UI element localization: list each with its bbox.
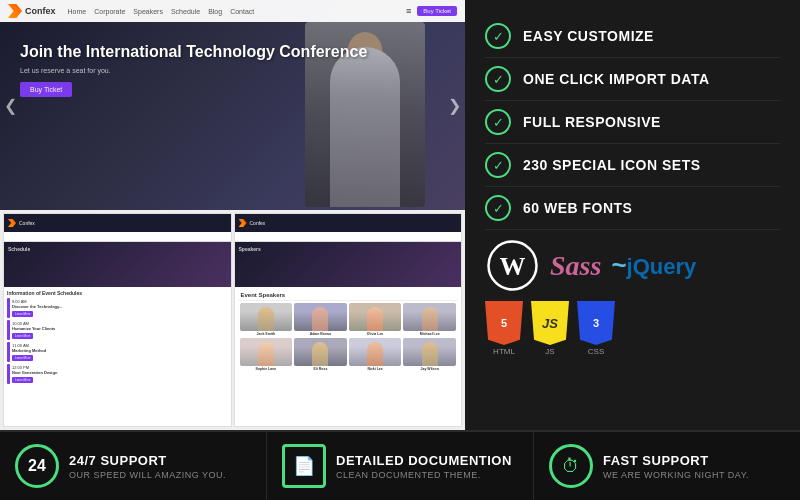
css3-number: 3: [593, 317, 599, 329]
navbar-logo: Confex: [8, 4, 56, 18]
html5-badge-wrapper: 5 HTML: [485, 301, 523, 356]
css3-badge: 3: [577, 301, 615, 345]
speaker-card-5: Sophie Lane: [240, 338, 293, 371]
doc-icon-symbol: 📄: [293, 455, 315, 477]
sass-logo: Sass: [550, 250, 601, 282]
clock-symbol: ⏱: [562, 456, 580, 477]
schedule-panel-title: Schedule: [4, 242, 231, 256]
theme-preview: Confex Home Corporate Speakers Schedule …: [0, 0, 465, 430]
support-icon-text: 24: [28, 457, 46, 475]
nav-home: Home: [68, 8, 87, 15]
learn-more-btn: Learn More: [12, 311, 33, 317]
html5-number: 5: [501, 317, 507, 329]
feature-label-1: EASY CUSTOMIZE: [523, 28, 654, 44]
speaker-name-6: Eli Ross: [294, 367, 347, 371]
speaker-name-7: Nicki Lee: [349, 367, 402, 371]
documentation-title: DETAILED DOCUMENTION: [336, 453, 512, 468]
js-badge-wrapper: JS JS: [531, 301, 569, 356]
hero-next-arrow[interactable]: ❯: [448, 96, 461, 115]
documentation-subtitle: CLEAN DOCUMENTED THEME.: [336, 470, 512, 480]
speaker-name-8: Jay Wilson: [403, 367, 456, 371]
hero-cta-button[interactable]: Buy Ticket: [20, 82, 72, 97]
svg-text:W: W: [500, 252, 526, 281]
mini-logo: [8, 219, 16, 227]
speaker-card-3: Olivia Lee: [349, 303, 402, 336]
speaker-photo-2: [294, 303, 347, 331]
tech-badges-row: 5 HTML JS JS 3 CSS: [485, 301, 780, 356]
speaker-name-2: Adam Brown: [294, 332, 347, 336]
speakers-grid: Jack Smith Adam Brown Olivia Lee Mi: [238, 301, 459, 373]
check-icon-1: ✓: [485, 23, 511, 49]
schedule-item-3: 11:00 AM Marketing Method Learn More: [7, 342, 228, 362]
schedule-bar-3: [7, 342, 10, 362]
schedule-bar-2: [7, 320, 10, 340]
css3-label: CSS: [588, 347, 604, 356]
speaker-card-2: Adam Brown: [294, 303, 347, 336]
speakers-panel-hero: Speakers: [235, 242, 462, 287]
speaker-photo-5: [240, 338, 293, 366]
speaker-card-7: Nicki Lee: [349, 338, 402, 371]
hero-content: Join the International Technology Confer…: [0, 22, 465, 117]
check-icon-3: ✓: [485, 109, 511, 135]
features-panel: ✓ EASY CUSTOMIZE ✓ ONE CLICK IMPORT DATA…: [465, 0, 800, 430]
clock-wrapper: ⏱: [549, 444, 593, 488]
schedule-text-3: 11:00 AM Marketing Method Learn More: [12, 343, 46, 361]
clock-icon: ⏱: [549, 444, 593, 488]
nav-blog: Blog: [208, 8, 222, 15]
feature-label-3: FULL RESPONSIVE: [523, 114, 661, 130]
speaker-photo-1: [240, 303, 293, 331]
hero-prev-arrow[interactable]: ❮: [4, 96, 17, 115]
speaker-card-6: Eli Ross: [294, 338, 347, 371]
speaker-photo-7: [349, 338, 402, 366]
css3-badge-wrapper: 3 CSS: [577, 301, 615, 356]
navbar: Confex Home Corporate Speakers Schedule …: [0, 0, 465, 22]
speaker-card-8: Jay Wilson: [403, 338, 456, 371]
navbar-links: Home Corporate Speakers Schedule Blog Co…: [68, 8, 255, 15]
tech-section: W Sass ~jQuery 5 HTML: [485, 238, 780, 356]
speaker-name-3: Olivia Lee: [349, 332, 402, 336]
feature-label-4: 230 SPECIAL ICON SETS: [523, 157, 701, 173]
schedule-text-1: 9:00 AM Discover the Technology... Learn…: [12, 299, 62, 317]
schedule-item-2: 10:00 AM Humanize Your Clients Learn Mor…: [7, 320, 228, 340]
speakers-panel: Confex Speakers Event Speakers Jack Smit…: [234, 213, 463, 427]
check-icon-4: ✓: [485, 152, 511, 178]
feature-item-3: ✓ FULL RESPONSIVE: [485, 101, 780, 144]
learn-more-btn-2: Learn More: [12, 333, 33, 339]
documentation-item: 📄 DETAILED DOCUMENTION CLEAN DOCUMENTED …: [267, 432, 534, 500]
nav-corporate: Corporate: [94, 8, 125, 15]
feature-item-5: ✓ 60 WEB FONTS: [485, 187, 780, 230]
support-subtitle: OUR SPEED WILL AMAZING YOU.: [69, 470, 226, 480]
speakers-panel-brand: Confex: [250, 220, 266, 226]
panel-nav: [4, 232, 231, 242]
speaker-photo-6: [294, 338, 347, 366]
schedule-item-4: 12:00 PM Next Generation Design Learn Mo…: [7, 364, 228, 384]
html5-label: HTML: [493, 347, 515, 356]
nav-contact: Contact: [230, 8, 254, 15]
html5-badge: 5: [485, 301, 523, 345]
feature-label-2: ONE CLICK IMPORT DATA: [523, 71, 710, 87]
speakers-panel-nav: [235, 232, 462, 242]
jquery-logo: ~jQuery: [611, 250, 696, 281]
speaker-name-4: Michael Lee: [403, 332, 456, 336]
fast-support-title: FAST SUPPORT: [603, 453, 749, 468]
speakers-section-title: Event Speakers: [238, 290, 459, 301]
schedule-text-4: 12:00 PM Next Generation Design Learn Mo…: [12, 365, 57, 383]
nav-speakers: Speakers: [133, 8, 163, 15]
tech-row-1: W Sass ~jQuery: [485, 238, 780, 293]
feature-label-5: 60 WEB FONTS: [523, 200, 632, 216]
wordpress-logo: W: [485, 238, 540, 293]
nav-schedule: Schedule: [171, 8, 200, 15]
documentation-icon: 📄: [282, 444, 326, 488]
panel-hero: Schedule: [4, 242, 231, 287]
feature-item-4: ✓ 230 SPECIAL ICON SETS: [485, 144, 780, 187]
js-label: JS: [545, 347, 554, 356]
speaker-photo-4: [403, 303, 456, 331]
speakers-content: Event Speakers Jack Smith Adam Brown: [235, 287, 462, 376]
schedule-content: Information of Event Schedules 9:00 AM D…: [4, 287, 231, 389]
fast-support-text-block: FAST SUPPORT WE ARE WORKING NIGHT DAY.: [603, 453, 749, 480]
check-icon-5: ✓: [485, 195, 511, 221]
speaker-photo-8: [403, 338, 456, 366]
support-title: 24/7 SUPPORT: [69, 453, 226, 468]
learn-more-btn-4: Learn More: [12, 377, 33, 383]
schedule-item: 9:00 AM Discover the Technology... Learn…: [7, 298, 228, 318]
